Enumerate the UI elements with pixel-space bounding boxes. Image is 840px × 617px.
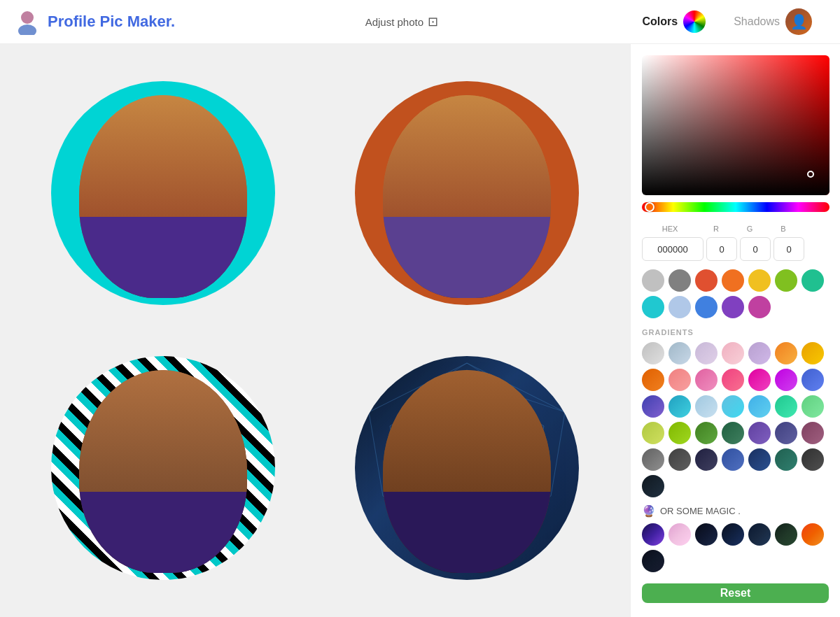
color-picker-area xyxy=(631,44,840,218)
color-gradient-box[interactable] xyxy=(642,55,830,195)
gradient-swatch-violet[interactable] xyxy=(775,369,797,391)
hex-input[interactable] xyxy=(642,237,704,261)
gradient-swatch-sky-light[interactable] xyxy=(695,395,718,418)
adjust-photo-button[interactable]: Adjust photo ⊡ xyxy=(357,10,447,34)
gradient-swatch-charcoal[interactable] xyxy=(668,448,691,471)
gradient-swatch-purple-light[interactable] xyxy=(748,342,771,364)
swatch-orange[interactable] xyxy=(722,269,744,292)
gradient-swatch-orange-gold[interactable] xyxy=(775,342,797,364)
swatch-magenta[interactable] xyxy=(748,296,771,318)
gradient-swatch-plum[interactable] xyxy=(802,422,824,444)
swatch-cyan[interactable] xyxy=(642,296,664,318)
r-label: R xyxy=(701,225,732,233)
gradients-grid xyxy=(631,339,840,500)
magic-swatch-dark-forest[interactable] xyxy=(775,523,797,546)
profile-card-4[interactable] xyxy=(355,356,579,580)
gradient-swatch-pink-light[interactable] xyxy=(722,342,744,364)
gradient-swatch-blue-violet[interactable] xyxy=(802,369,824,391)
shadows-tab[interactable]: Shadows 👤 xyxy=(720,3,826,41)
magic-text: OR SOME MAGIC . xyxy=(660,506,741,516)
swatch-red-orange[interactable] xyxy=(695,269,718,292)
magic-swatch-midnight[interactable] xyxy=(695,523,718,546)
gradient-swatch-sky[interactable] xyxy=(722,395,744,418)
g-input[interactable] xyxy=(740,237,771,261)
header: Profile Pic Maker. Adjust photo ⊡ Colors… xyxy=(0,0,840,44)
b-label: B xyxy=(768,225,799,233)
swatch-blue[interactable] xyxy=(695,296,718,318)
gradient-swatch-blue-gray[interactable] xyxy=(668,342,691,364)
gradient-swatch-deep-orange[interactable] xyxy=(642,369,664,391)
magic-swatch-rose-quartz[interactable] xyxy=(668,523,691,546)
gradient-swatch-darkest[interactable] xyxy=(642,475,664,497)
magic-swatch-deep-night[interactable] xyxy=(722,523,744,546)
svg-point-0 xyxy=(21,11,34,24)
profile-card-3[interactable] xyxy=(51,356,275,580)
gradient-swatch-pink[interactable] xyxy=(695,369,718,391)
gradient-swatch-forest[interactable] xyxy=(695,422,718,444)
face-1 xyxy=(79,95,247,298)
gradient-swatch-mid-gray[interactable] xyxy=(642,448,664,471)
gradient-swatch-dark-navy[interactable] xyxy=(695,448,718,471)
swatch-light-blue[interactable] xyxy=(668,296,691,318)
gradient-swatch-deep-blue[interactable] xyxy=(642,395,664,418)
crop-icon: ⊡ xyxy=(428,14,438,29)
gradient-swatch-mint[interactable] xyxy=(775,395,797,418)
gradient-swatch-hot-pink[interactable] xyxy=(722,369,744,391)
colors-tab[interactable]: Colors xyxy=(629,5,720,38)
sidebar: HEX R G B GRADIENTS 🔮 OR SOME MAGIC . Re… xyxy=(630,44,840,617)
magic-swatch-cosmic[interactable] xyxy=(642,523,664,546)
gradient-swatch-lavender[interactable] xyxy=(695,342,718,364)
g-label: G xyxy=(734,225,765,233)
avatar-inner: 👤 xyxy=(785,8,812,35)
gradient-swatch-dark-green[interactable] xyxy=(722,422,744,444)
gradient-swatch-salmon[interactable] xyxy=(668,369,691,391)
gradient-swatch-gold[interactable] xyxy=(802,342,824,364)
logo-icon xyxy=(14,8,41,35)
gradient-swatch-royal-blue[interactable] xyxy=(722,448,744,471)
logo-text: Profile Pic Maker. xyxy=(48,13,175,31)
magic-icon: 🔮 xyxy=(642,504,656,518)
gradients-label: GRADIENTS xyxy=(631,324,840,339)
canvas-area xyxy=(0,44,630,617)
swatch-purple[interactable] xyxy=(722,296,744,318)
profile-card-2[interactable] xyxy=(355,81,579,305)
gradient-swatch-dark-teal[interactable] xyxy=(775,448,797,471)
magic-swatch-dark-ocean[interactable] xyxy=(748,523,771,546)
logo-area: Profile Pic Maker. xyxy=(14,8,175,35)
logo-name: Profile Pic Maker xyxy=(48,13,171,30)
reset-button[interactable]: Reset xyxy=(642,583,829,603)
magic-row: 🔮 OR SOME MAGIC . xyxy=(631,500,840,522)
profile-card-1[interactable] xyxy=(51,81,275,305)
face-2 xyxy=(383,95,551,298)
adjust-photo-label: Adjust photo xyxy=(365,16,424,28)
gradient-swatch-teal-blue[interactable] xyxy=(668,395,691,418)
swatch-dark-gray[interactable] xyxy=(668,269,691,292)
hue-slider[interactable] xyxy=(642,202,830,212)
swatch-yellow[interactable] xyxy=(748,269,771,292)
colors-label: Colors xyxy=(643,15,678,28)
gradient-swatch-deep-purple[interactable] xyxy=(748,422,771,444)
swatch-light-gray[interactable] xyxy=(642,269,664,292)
gradient-swatch-gray-light[interactable] xyxy=(642,342,664,364)
gradient-swatch-green-light[interactable] xyxy=(802,395,824,418)
gradient-swatch-lime[interactable] xyxy=(668,422,691,444)
gradient-swatch-light-cyan[interactable] xyxy=(748,395,771,418)
gradient-swatch-indigo[interactable] xyxy=(775,422,797,444)
gradient-swatch-yellow-green[interactable] xyxy=(642,422,664,444)
svg-point-1 xyxy=(18,24,36,35)
avatar: 👤 xyxy=(785,8,812,35)
gradient-swatch-navy[interactable] xyxy=(748,448,771,471)
r-input[interactable] xyxy=(706,237,737,261)
gradient-swatch-magenta[interactable] xyxy=(748,369,771,391)
header-right: Colors Shadows 👤 xyxy=(629,3,827,41)
gradient-swatch-very-dark[interactable] xyxy=(802,448,824,471)
swatch-teal[interactable] xyxy=(802,269,824,292)
magic-swatches xyxy=(631,522,840,578)
magic-swatch-fire[interactable] xyxy=(802,523,824,546)
b-input[interactable] xyxy=(774,237,804,261)
magic-swatch-abyss[interactable] xyxy=(642,550,664,572)
hue-thumb xyxy=(645,202,654,212)
header-center: Adjust photo ⊡ xyxy=(175,10,628,34)
face-4 xyxy=(383,370,551,573)
swatch-lime-green[interactable] xyxy=(775,269,797,292)
